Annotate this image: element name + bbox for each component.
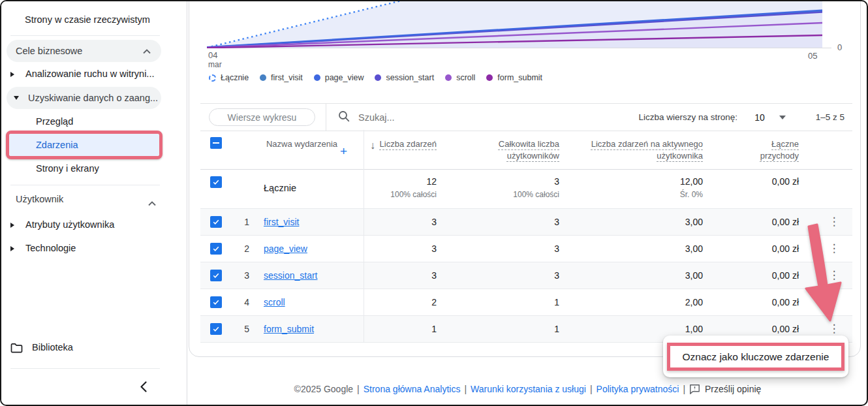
sidebar-item-engagement-data[interactable]: Uzyskiwanie danych o zaang... bbox=[7, 87, 161, 109]
cell-users: 1 bbox=[455, 324, 559, 334]
sidebar-item-user-attributes[interactable]: Atrybuty użytkownika bbox=[1, 217, 187, 233]
dot-icon bbox=[375, 74, 381, 81]
dot-icon bbox=[445, 74, 452, 81]
collapsed-triangle-icon bbox=[10, 246, 14, 251]
cell-epu: 3,00 bbox=[566, 243, 703, 254]
column-header-total-revenue[interactable]: Łączne przychody bbox=[734, 138, 799, 162]
legend-session-start[interactable]: session_start bbox=[375, 73, 434, 82]
table-search[interactable]: Szukaj... bbox=[338, 110, 395, 125]
ga4-events-report-window: Strony w czasie rzeczywistym Cele biznes… bbox=[0, 0, 868, 406]
row-context-menu: Oznacz jako kluczowe zdarzenie bbox=[663, 336, 848, 377]
pagination-range: 1–5 z 5 bbox=[816, 112, 845, 122]
cell-events: 3 bbox=[371, 243, 437, 254]
menu-item-mark-key-event[interactable]: Oznacz jako kluczowe zdarzenie bbox=[683, 351, 829, 363]
link-analytics-home[interactable]: Strona główna Analytics bbox=[364, 384, 461, 394]
table-vertical-gridline bbox=[364, 130, 364, 343]
chart-rows-button[interactable]: Wiersze wykresu bbox=[209, 108, 315, 126]
sidebar-divider bbox=[10, 368, 160, 369]
row-checkbox-checked[interactable] bbox=[210, 270, 222, 281]
table-row: 4 scroll 2 1 2,00 0,00 zł ⋮ bbox=[200, 289, 852, 316]
sidebar-item-pages-screens[interactable]: Strony i ekrany bbox=[36, 163, 99, 174]
row-checkbox-checked[interactable] bbox=[210, 323, 222, 335]
cell-events: 3 bbox=[371, 217, 437, 227]
cell-epu: 3,00 bbox=[566, 270, 703, 281]
row-checkbox-checked[interactable] bbox=[210, 216, 222, 228]
totals-events-sub: 100% całości bbox=[371, 190, 437, 199]
legend-first-visit[interactable]: first_visit bbox=[260, 73, 303, 82]
cell-users: 3 bbox=[455, 243, 559, 254]
column-header-events-per-active-user[interactable]: Liczba zdarzeń na aktywnego użytkownika bbox=[566, 138, 703, 162]
chart-legend: Łącznie first_visit page_view session_st… bbox=[209, 73, 542, 82]
table-totals-row: Łącznie 12 100% całości 3 100% całości 1… bbox=[200, 170, 852, 209]
totals-events: 12 bbox=[371, 176, 437, 187]
row-actions-kebab-icon[interactable]: ⋮ bbox=[827, 296, 841, 309]
totals-label: Łącznie bbox=[264, 183, 296, 193]
sidebar-item-library[interactable]: Biblioteka bbox=[32, 342, 73, 352]
column-header-event-name[interactable]: Nazwa wydarzenia bbox=[246, 138, 337, 149]
totals-checkbox-checked[interactable] bbox=[210, 176, 222, 188]
dot-icon bbox=[260, 74, 266, 81]
legend-form-submit[interactable]: form_submit bbox=[486, 73, 542, 82]
section-label: Cele biznesowe bbox=[7, 46, 82, 56]
event-name-link[interactable]: session_start bbox=[264, 270, 317, 281]
events-line-chart bbox=[207, 1, 822, 48]
select-all-checkbox-indeterminate[interactable] bbox=[210, 137, 222, 149]
row-index: 5 bbox=[236, 324, 249, 334]
row-actions-kebab-icon[interactable]: ⋮ bbox=[827, 215, 841, 228]
row-checkbox-checked[interactable] bbox=[210, 243, 222, 255]
link-privacy-policy[interactable]: Polityka prywatności bbox=[597, 384, 679, 394]
search-icon bbox=[338, 110, 350, 125]
column-header-event-count[interactable]: Liczba zdarzeń bbox=[371, 138, 437, 150]
sidebar-item-realtime-pages[interactable]: Strony w czasie rzeczywistym bbox=[25, 14, 150, 25]
cell-revenue: 0,00 zł bbox=[734, 217, 799, 227]
sidebar-item-technology[interactable]: Technologie bbox=[1, 241, 187, 257]
cell-epu: 3,00 bbox=[566, 217, 703, 227]
report-main-area: 04 mar 05 0 Łącznie first_visit page_vie… bbox=[187, 1, 868, 405]
row-actions-kebab-icon[interactable]: ⋮ bbox=[827, 269, 841, 282]
collapse-sidebar-icon[interactable] bbox=[140, 381, 147, 395]
event-name-link[interactable]: scroll bbox=[264, 297, 285, 307]
legend-page-view[interactable]: page_view bbox=[314, 73, 364, 82]
row-index: 3 bbox=[236, 270, 249, 281]
folder-icon bbox=[10, 343, 23, 356]
cell-users: 3 bbox=[455, 217, 559, 227]
rows-per-page-label: Liczba wierszy na stronę: bbox=[639, 112, 738, 122]
dot-icon bbox=[314, 74, 320, 81]
sidebar-divider bbox=[10, 35, 160, 36]
totals-epu-sub: Śr. 0% bbox=[566, 190, 703, 199]
x-axis-start-label: 04 mar bbox=[208, 50, 222, 70]
column-header-total-users[interactable]: Całkowita liczba użytkowników bbox=[455, 138, 559, 162]
row-actions-kebab-icon[interactable]: ⋮ bbox=[827, 322, 841, 336]
cell-revenue: 0,00 zł bbox=[734, 324, 799, 334]
event-name-link[interactable]: first_visit bbox=[264, 217, 299, 227]
sidebar-section-business-goals[interactable]: Cele biznesowe bbox=[7, 40, 161, 62]
page-footer: ©2025 Google|Strona główna Analytics|War… bbox=[187, 384, 868, 396]
legend-scroll[interactable]: scroll bbox=[445, 73, 475, 82]
link-terms-of-service[interactable]: Warunki korzystania z usługi bbox=[471, 384, 586, 394]
sidebar-item-analyze-traffic[interactable]: Analizowanie ruchu w witryni... bbox=[1, 67, 187, 82]
event-name-link[interactable]: form_submit bbox=[264, 324, 314, 334]
collapsed-triangle-icon bbox=[10, 72, 14, 77]
search-input[interactable]: Szukaj... bbox=[358, 112, 395, 123]
row-checkbox-checked[interactable] bbox=[210, 296, 222, 308]
copyright-text: ©2025 Google bbox=[294, 384, 354, 394]
table-header-row: Nazwa wydarzenia + ↓ Liczba zdarzeń Całk… bbox=[200, 130, 852, 170]
table-row: 2 page_view 3 3 3,00 0,00 zł ⋮ bbox=[200, 236, 852, 262]
pagination-controls: Liczba wierszy na stronę: 10 1–5 z 5 bbox=[639, 112, 845, 123]
row-actions-kebab-icon[interactable]: ⋮ bbox=[827, 242, 841, 255]
rows-per-page-select[interactable]: 10 bbox=[754, 112, 765, 123]
cell-users: 1 bbox=[455, 297, 559, 307]
sidebar-section-user[interactable]: Użytkownik bbox=[1, 194, 187, 207]
totals-users: 3 bbox=[455, 176, 559, 187]
cell-epu: 2,00 bbox=[566, 297, 703, 307]
sidebar-item-overview[interactable]: Przegląd bbox=[36, 116, 73, 127]
cell-events: 2 bbox=[371, 297, 437, 307]
add-dimension-plus-icon[interactable]: + bbox=[340, 144, 347, 159]
sidebar-divider bbox=[10, 185, 160, 185]
legend-total[interactable]: Łącznie bbox=[209, 73, 249, 82]
send-feedback[interactable]: Prześlij opinię bbox=[689, 384, 761, 394]
event-name-link[interactable]: page_view bbox=[264, 243, 307, 254]
sidebar-item-events-selected[interactable]: Zdarzenia bbox=[9, 134, 159, 156]
annotation-highlight-menu-item: Oznacz jako kluczowe zdarzenie bbox=[667, 343, 845, 371]
caret-down-icon[interactable] bbox=[779, 116, 786, 119]
